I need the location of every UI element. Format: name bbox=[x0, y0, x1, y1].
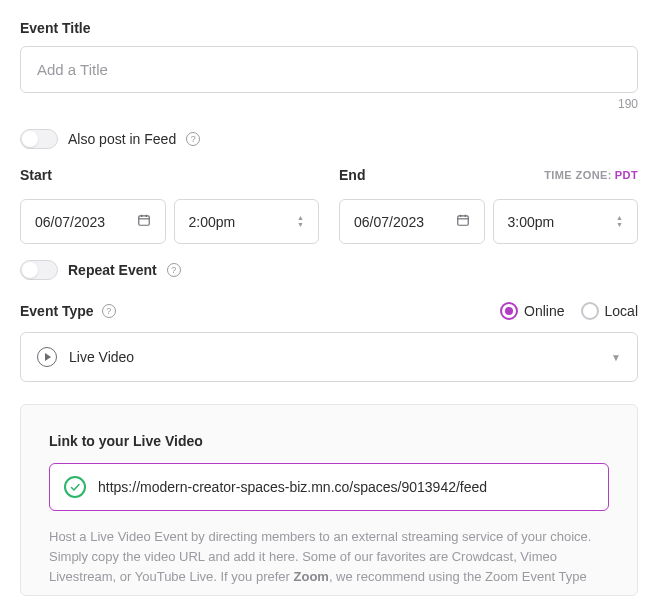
radio-local-label: Local bbox=[605, 303, 638, 319]
feed-toggle-row: Also post in Feed ? bbox=[20, 129, 638, 149]
feed-toggle[interactable] bbox=[20, 129, 58, 149]
help-icon[interactable]: ? bbox=[102, 304, 116, 318]
stepper-icon: ▲▼ bbox=[297, 215, 304, 228]
timezone-value[interactable]: PDT bbox=[615, 169, 638, 181]
live-video-input-wrap[interactable] bbox=[49, 463, 609, 511]
repeat-toggle-label: Repeat Event bbox=[68, 262, 157, 278]
start-date-picker[interactable]: 06/07/2023 bbox=[20, 199, 166, 244]
start-time-picker[interactable]: 2:00pm ▲▼ bbox=[174, 199, 320, 244]
start-date-value: 06/07/2023 bbox=[35, 214, 105, 230]
repeat-toggle[interactable] bbox=[20, 260, 58, 280]
live-video-panel: Link to your Live Video Host a Live Vide… bbox=[20, 404, 638, 596]
chevron-down-icon: ▼ bbox=[611, 352, 621, 363]
event-type-radio-group: Online Local bbox=[500, 302, 638, 320]
calendar-icon bbox=[456, 213, 470, 230]
start-label: Start bbox=[20, 167, 319, 183]
end-date-picker[interactable]: 06/07/2023 bbox=[339, 199, 485, 244]
live-video-label: Link to your Live Video bbox=[49, 433, 609, 449]
repeat-toggle-row: Repeat Event ? bbox=[20, 260, 638, 280]
event-title-label: Event Title bbox=[20, 20, 638, 36]
event-title-input[interactable] bbox=[20, 46, 638, 93]
event-type-select[interactable]: Live Video ▼ bbox=[20, 332, 638, 382]
end-time-picker[interactable]: 3:00pm ▲▼ bbox=[493, 199, 639, 244]
char-counter: 190 bbox=[20, 97, 638, 111]
end-date-value: 06/07/2023 bbox=[354, 214, 424, 230]
stepper-icon: ▲▼ bbox=[616, 215, 623, 228]
radio-icon bbox=[500, 302, 518, 320]
help-icon[interactable]: ? bbox=[167, 263, 181, 277]
check-circle-icon bbox=[64, 476, 86, 498]
radio-local[interactable]: Local bbox=[581, 302, 638, 320]
event-type-select-value: Live Video bbox=[69, 349, 134, 365]
timezone-label: TIME ZONE: bbox=[544, 169, 612, 181]
radio-online[interactable]: Online bbox=[500, 302, 564, 320]
end-time-value: 3:00pm bbox=[508, 214, 555, 230]
radio-icon bbox=[581, 302, 599, 320]
event-type-label: Event Type bbox=[20, 303, 94, 319]
start-time-value: 2:00pm bbox=[189, 214, 236, 230]
radio-online-label: Online bbox=[524, 303, 564, 319]
feed-toggle-label: Also post in Feed bbox=[68, 131, 176, 147]
calendar-icon bbox=[137, 213, 151, 230]
play-circle-icon bbox=[37, 347, 57, 367]
svg-rect-4 bbox=[457, 216, 468, 225]
svg-rect-0 bbox=[138, 216, 149, 225]
live-video-url-input[interactable] bbox=[98, 479, 594, 495]
live-video-help-text: Host a Live Video Event by directing mem… bbox=[49, 527, 609, 587]
help-icon[interactable]: ? bbox=[186, 132, 200, 146]
